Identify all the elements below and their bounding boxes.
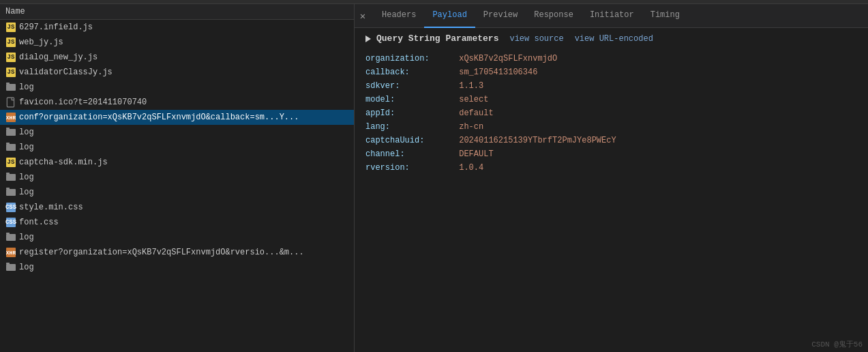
param-row: channel: DEFAULT [365, 147, 857, 161]
svg-rect-7 [6, 173, 10, 174]
watermark: CSDN @鬼于56 [811, 339, 863, 349]
file-name: log [19, 173, 34, 182]
right-panel: ✕ Headers Payload Preview Response Initi… [355, 4, 868, 352]
param-row: callback: sm_1705413106346 [365, 65, 857, 79]
param-row: appId: default [365, 106, 857, 120]
param-key: appId: [365, 108, 454, 118]
svg-rect-4 [6, 129, 16, 136]
file-item[interactable]: JSvalidatorClassJy.js [0, 65, 354, 80]
file-name: captcha-sdk.min.js [19, 158, 108, 167]
js-icon: JS [5, 37, 16, 48]
param-row: organization: xQsKB7v2qSFLFxnvmjdO [365, 52, 857, 65]
js-icon: JS [5, 157, 16, 168]
param-key: model: [365, 95, 454, 104]
svg-rect-5 [6, 143, 10, 144]
file-name: log [19, 233, 34, 242]
css-icon: CSS [5, 217, 16, 228]
file-item[interactable]: log [0, 260, 354, 275]
file-item[interactable]: CSSstyle.min.css [0, 200, 354, 215]
tab-initiator[interactable]: Initiator [582, 4, 642, 28]
panel-content: Query String Parameters view source view… [355, 28, 868, 352]
param-row: model: select [365, 93, 857, 106]
svg-rect-13 [6, 263, 10, 264]
file-item[interactable]: XHRregister?organization=xQsKB7v2qSFLFxn… [0, 245, 354, 260]
file-item[interactable]: log [0, 170, 354, 185]
file-name: dialog_new_jy.js [19, 53, 98, 62]
triangle-icon [365, 35, 371, 42]
file-item[interactable]: favicon.ico?t=201411070740 [0, 95, 354, 110]
file-name: register?organization=xQsKB7v2qSFLFxnvmj… [19, 248, 304, 257]
folder-icon [5, 127, 16, 138]
js-icon: JS [5, 52, 16, 63]
request-icon: XHR [5, 112, 16, 123]
file-name: favicon.ico?t=201411070740 [19, 98, 147, 107]
left-panel[interactable]: Name JS6297.infield.jsJSweb_jy.jsJSdialo… [0, 4, 355, 352]
param-value: 1.0.4 [454, 163, 483, 173]
folder-icon [5, 142, 16, 153]
param-row: sdkver: 1.1.3 [365, 79, 857, 93]
css-icon: CSS [5, 202, 16, 213]
param-value: select [454, 95, 488, 104]
js-icon: JS [5, 22, 16, 33]
file-item[interactable]: log [0, 140, 354, 155]
file-name: log [19, 83, 34, 92]
folder-icon [5, 172, 16, 183]
file-item[interactable]: JS6297.infield.js [0, 20, 354, 35]
view-source-link[interactable]: view source [509, 34, 563, 44]
tab-timing[interactable]: Timing [642, 4, 688, 28]
tab-payload[interactable]: Payload [424, 4, 475, 28]
param-value: xQsKB7v2qSFLFxnvmjdO [454, 54, 557, 63]
main-container: Name JS6297.infield.jsJSweb_jy.jsJSdialo… [0, 4, 868, 352]
file-name: log [19, 188, 34, 197]
param-key: channel: [365, 149, 454, 159]
file-name: style.min.css [19, 203, 83, 212]
svg-rect-9 [6, 188, 10, 189]
file-name: 6297.infield.js [19, 23, 93, 32]
tab-headers[interactable]: Headers [374, 4, 424, 28]
param-value: zh-cn [454, 122, 483, 132]
svg-rect-3 [6, 128, 10, 129]
svg-rect-8 [6, 174, 16, 181]
file-item[interactable]: XHRconf?organization=xQsKB7v2qSFLFxnvmjd… [0, 110, 354, 125]
file-item[interactable]: log [0, 185, 354, 200]
tab-preview[interactable]: Preview [475, 4, 526, 28]
svg-rect-1 [6, 84, 16, 91]
param-row: rversion: 1.0.4 [365, 161, 857, 175]
file-item[interactable]: log [0, 80, 354, 95]
file-name: log [19, 143, 34, 152]
file-item[interactable]: JSweb_jy.js [0, 35, 354, 50]
file-item[interactable]: JScaptcha-sdk.min.js [0, 155, 354, 170]
tab-response[interactable]: Response [526, 4, 582, 28]
section-title-text: Query String Parameters [376, 33, 498, 44]
file-item[interactable]: CSSfont.css [0, 215, 354, 230]
folder-icon [5, 187, 16, 198]
param-key: organization: [365, 54, 454, 63]
close-tab-button[interactable]: ✕ [357, 10, 368, 21]
file-list: JS6297.infield.jsJSweb_jy.jsJSdialog_new… [0, 20, 354, 275]
folder-icon [5, 262, 16, 273]
section-title: Query String Parameters [365, 33, 498, 44]
svg-rect-2 [7, 98, 14, 107]
svg-rect-0 [6, 83, 10, 84]
param-key: sdkver: [365, 81, 454, 91]
file-name: font.css [19, 218, 59, 227]
file-icon [5, 97, 16, 108]
param-value: 1.1.3 [454, 81, 483, 91]
params-list: organization: xQsKB7v2qSFLFxnvmjdO callb… [365, 52, 857, 175]
name-header: Name [0, 4, 354, 20]
file-name: log [19, 128, 34, 137]
svg-rect-14 [6, 264, 16, 271]
name-label: Name [5, 7, 25, 16]
folder-icon [5, 82, 16, 93]
request-icon: XHR [5, 247, 16, 258]
view-url-encoded-link[interactable]: view URL-encoded [575, 34, 653, 44]
param-key: rversion: [365, 163, 454, 173]
file-item[interactable]: log [0, 125, 354, 140]
svg-rect-6 [6, 144, 16, 151]
file-item[interactable]: log [0, 230, 354, 245]
param-value: default [454, 108, 494, 118]
file-name: log [19, 263, 34, 272]
file-item[interactable]: JSdialog_new_jy.js [0, 50, 354, 65]
svg-rect-12 [6, 234, 16, 241]
folder-icon [5, 232, 16, 243]
